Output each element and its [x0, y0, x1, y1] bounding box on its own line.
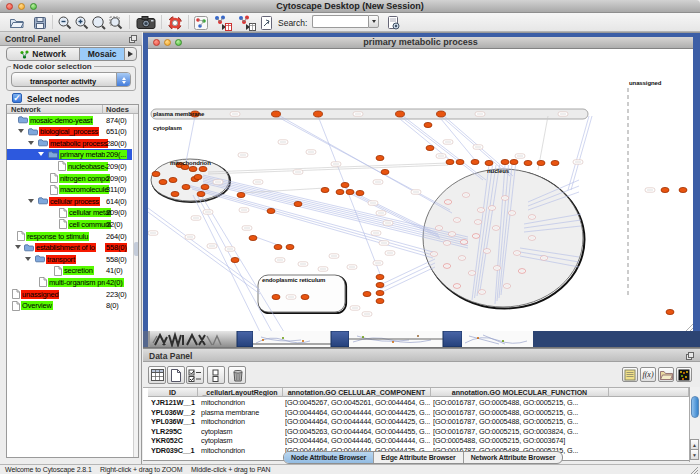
graph-node[interactable] — [294, 201, 302, 206]
graph-node[interactable] — [159, 179, 167, 184]
graph-node[interactable] — [376, 290, 384, 295]
float-panel-icon[interactable] — [129, 35, 137, 43]
tree-row[interactable]: cell communicat22(0) — [7, 218, 132, 230]
expand-arrow-icon[interactable] — [28, 199, 34, 203]
save-session-icon[interactable] — [31, 14, 48, 31]
matrix-icon[interactable] — [676, 367, 692, 382]
formula-icon[interactable]: f(x) — [640, 367, 656, 382]
view-close-button[interactable] — [153, 39, 160, 46]
help-icon[interactable] — [166, 14, 183, 31]
delete-attribute-icon[interactable] — [228, 366, 246, 384]
graph-node[interactable] — [199, 166, 207, 171]
tree-row[interactable]: nitrogen compo209(0) — [7, 172, 132, 184]
snapshot-icon[interactable] — [135, 14, 156, 31]
graph-node[interactable] — [510, 159, 518, 164]
graph-node[interactable] — [346, 189, 354, 194]
column-header[interactable]: ID — [148, 388, 198, 397]
graph-node[interactable] — [679, 187, 687, 192]
graph-node[interactable] — [363, 291, 371, 296]
graph-node[interactable] — [551, 160, 559, 165]
zoom-window-button[interactable] — [30, 3, 37, 10]
graph-node[interactable] — [301, 294, 309, 299]
resize-grip-icon[interactable] — [690, 466, 699, 474]
tree-row[interactable]: primary metabo209(... — [7, 149, 132, 161]
tab-node-attribute-browser[interactable]: Node Attribute Browser — [284, 452, 374, 463]
graph-node[interactable] — [537, 160, 545, 165]
tab-network-attribute-browser[interactable]: Network Attribute Browser — [464, 452, 563, 463]
graph-node[interactable] — [341, 182, 349, 187]
network-canvas-svg[interactable]: plasma membranecytoplasmmitochondrionnuc… — [148, 52, 693, 331]
graph-node[interactable] — [524, 160, 532, 165]
tree-row[interactable]: cellular metabo209(0) — [7, 207, 132, 219]
graph-node[interactable] — [396, 111, 405, 117]
open-session-icon[interactable] — [8, 14, 25, 31]
graph-node[interactable] — [424, 122, 432, 127]
tree-row[interactable]: cellular process614(0) — [7, 195, 132, 207]
graph-node[interactable] — [189, 166, 197, 171]
graph-node[interactable] — [666, 309, 674, 314]
graph-node[interactable] — [169, 177, 177, 182]
expand-arrow-icon[interactable] — [18, 129, 24, 133]
graph-node[interactable] — [314, 111, 323, 117]
minimize-window-button[interactable] — [18, 3, 25, 10]
unselect-attributes-icon[interactable] — [207, 366, 225, 384]
close-window-button[interactable] — [6, 3, 13, 10]
graph-node[interactable] — [376, 155, 384, 160]
search-input[interactable] — [312, 15, 368, 28]
tab-overflow-button[interactable] — [125, 48, 136, 60]
graph-node[interactable] — [381, 169, 389, 174]
graph-node[interactable] — [661, 187, 669, 192]
tree-row[interactable]: mosaic-demo-yeast874(0) — [7, 114, 132, 126]
graph-node[interactable] — [321, 187, 329, 192]
view-minimize-button[interactable] — [164, 39, 171, 46]
tree-row[interactable]: multi-organism pro42(0) — [7, 276, 132, 288]
expand-arrow-icon[interactable] — [15, 245, 21, 249]
new-attribute-icon[interactable] — [167, 366, 185, 384]
graph-node[interactable] — [426, 145, 434, 150]
tab-edge-attribute-browser[interactable]: Edge Attribute Browser — [374, 452, 464, 463]
tab-mosaic[interactable]: Mosaic — [79, 48, 125, 60]
graph-node[interactable] — [194, 174, 202, 179]
tree-row[interactable]: macromolecule311(0) — [7, 184, 132, 196]
column-header[interactable]: annotation.GO CELLULAR_COMPONENT — [283, 388, 431, 397]
graph-node[interactable] — [356, 190, 364, 195]
node-color-dropdown[interactable]: transporter activity — [11, 72, 131, 87]
network-canvas[interactable]: plasma membranecytoplasmmitochondrionnuc… — [148, 49, 693, 331]
tree-row[interactable]: establishment of lo558(0) — [7, 242, 132, 254]
attribute-select-icon[interactable] — [148, 366, 166, 384]
column-header[interactable]: _cellularLayoutRegion — [198, 388, 283, 397]
tree-row[interactable]: secretion41(0) — [7, 265, 132, 277]
graph-node[interactable] — [152, 171, 160, 176]
zoom-selected-icon[interactable] — [107, 14, 124, 31]
select-nodes-checkbox[interactable]: ✓ — [12, 93, 22, 103]
zoom-out-icon[interactable] — [56, 14, 73, 31]
graph-node[interactable] — [249, 235, 257, 240]
graph-node[interactable] — [437, 111, 446, 117]
graph-node[interactable] — [501, 159, 509, 164]
notes-icon[interactable] — [622, 367, 638, 382]
tree-row[interactable]: metabolic process280(0) — [7, 137, 132, 149]
view-zoom-button[interactable] — [175, 39, 182, 46]
float-data-panel-icon[interactable] — [686, 352, 694, 360]
tree-row[interactable]: response to stimulu264(0) — [7, 230, 132, 242]
graph-node[interactable] — [267, 208, 275, 213]
column-header[interactable]: annotation.GO MOLECULAR_FUNCTION — [431, 388, 609, 397]
search-dropdown-button[interactable] — [368, 15, 379, 28]
tree-row[interactable]: unassigned223(0) — [7, 288, 132, 300]
graph-node[interactable] — [456, 159, 464, 164]
graph-node[interactable] — [485, 160, 493, 165]
vizmapper-icon[interactable] — [192, 14, 209, 31]
graph-node[interactable] — [471, 159, 479, 164]
graph-node[interactable] — [272, 111, 281, 117]
import-attributes-icon[interactable] — [658, 367, 674, 382]
table-scrollbar[interactable]: ▲▼ — [689, 387, 700, 462]
import-network-icon[interactable] — [212, 14, 232, 31]
tree-scrollbar[interactable] — [133, 114, 139, 457]
graph-node[interactable] — [376, 282, 384, 287]
expand-arrow-icon[interactable] — [25, 257, 31, 261]
tab-network[interactable]: Network — [7, 48, 79, 60]
graph-node[interactable] — [376, 298, 384, 303]
expand-arrow-icon[interactable] — [28, 141, 34, 145]
graph-node[interactable] — [231, 257, 239, 262]
network-view-title-bar[interactable]: primary metabolic process — [148, 37, 693, 49]
